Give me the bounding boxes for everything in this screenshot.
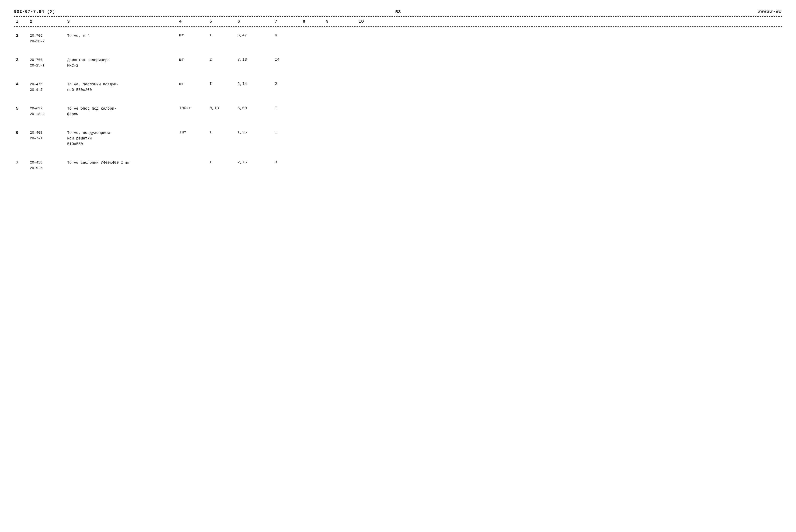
cell-num: 2 (14, 33, 28, 38)
cell-total: 3 (273, 160, 301, 165)
cell-code: 20–69720–I8–2 (28, 106, 65, 117)
cell-code: 20–70620–20–7 (28, 33, 65, 44)
cell-total: 6 (273, 33, 301, 38)
cell-qty: 2 (208, 57, 235, 62)
table-row: 520–69720–I8–2То же опор под калори-феро… (14, 99, 782, 124)
col-header-2: 2 (28, 19, 65, 24)
cell-total: 2 (273, 82, 301, 86)
table-row: 720–45820–9–6То же заслонки У400х400 I ш… (14, 153, 782, 178)
cell-price: I,35 (235, 130, 273, 135)
cell-total: I4 (273, 57, 301, 62)
cell-num: 3 (14, 57, 28, 62)
table-row: 620–40920–7–IТо же, воздухоприем-ной реш… (14, 124, 782, 153)
doc-code: 20092-05 (758, 9, 782, 14)
cell-desc: То же, заслонки воздуш-ной 560х200 (65, 82, 177, 93)
cell-num: 6 (14, 130, 28, 135)
cell-num: 5 (14, 106, 28, 111)
cell-qty: I (208, 33, 235, 38)
cell-price: 6,47 (235, 33, 273, 38)
col-header-1: I (14, 19, 28, 24)
cell-price: 7,I3 (235, 57, 273, 62)
cell-total: I (273, 130, 301, 135)
col-header-8: 8 (301, 19, 324, 24)
col-header-7: 7 (273, 19, 301, 24)
cell-num: 7 (14, 160, 28, 165)
cell-desc: То же опор под калори-фером (65, 106, 177, 117)
cell-total: I (273, 106, 301, 110)
cell-price: 2,I4 (235, 82, 273, 86)
cell-desc: То же заслонки У400х400 I шт (65, 160, 177, 166)
column-headers: I 2 3 4 5 6 7 8 9 IO (14, 17, 782, 26)
cell-qty: 0,I3 (208, 106, 235, 110)
doc-number: 9OI-07-7.84 (У) (14, 9, 55, 14)
cell-desc: То же, воздухоприем-ной решетки5IОх560 (65, 130, 177, 147)
cell-unit: I00кг (177, 106, 208, 110)
table-body: 220–70620–20–7То же, № 4штI6,476320–7602… (14, 26, 782, 178)
header: 9OI-07-7.84 (У) 53 20092-05 (14, 9, 782, 14)
cell-code: 20–76020–25–I (28, 57, 65, 69)
table-row: 320–76020–25–IДемонтаж калорифераКМС-2шт… (14, 51, 782, 75)
cell-price: 5,00 (235, 106, 273, 110)
page-number: 53 (395, 9, 401, 15)
cell-qty: I (208, 130, 235, 135)
cell-code: 20–47520–9–2 (28, 82, 65, 93)
cell-unit: шт (177, 57, 208, 62)
cell-unit: шт (177, 33, 208, 38)
col-header-4: 4 (177, 19, 208, 24)
cell-unit: шт (177, 82, 208, 86)
cell-desc: Демонтаж калорифераКМС-2 (65, 57, 177, 69)
table-row: 220–70620–20–7То же, № 4штI6,476 (14, 26, 782, 51)
cell-qty: I (208, 82, 235, 86)
cell-num: 4 (14, 82, 28, 87)
cell-code: 20–40920–7–I (28, 130, 65, 141)
col-header-3: 3 (65, 19, 177, 24)
col-header-9: 9 (324, 19, 357, 24)
cell-desc: То же, № 4 (65, 33, 177, 39)
cell-unit: Iшт (177, 130, 208, 135)
table-row: 420–47520–9–2То же, заслонки воздуш-ной … (14, 75, 782, 99)
cell-price: 2,76 (235, 160, 273, 165)
col-header-6: 6 (235, 19, 273, 24)
col-header-5: 5 (208, 19, 235, 24)
cell-qty: I (208, 160, 235, 165)
cell-code: 20–45820–9–6 (28, 160, 65, 171)
col-header-10: IO (357, 19, 385, 24)
